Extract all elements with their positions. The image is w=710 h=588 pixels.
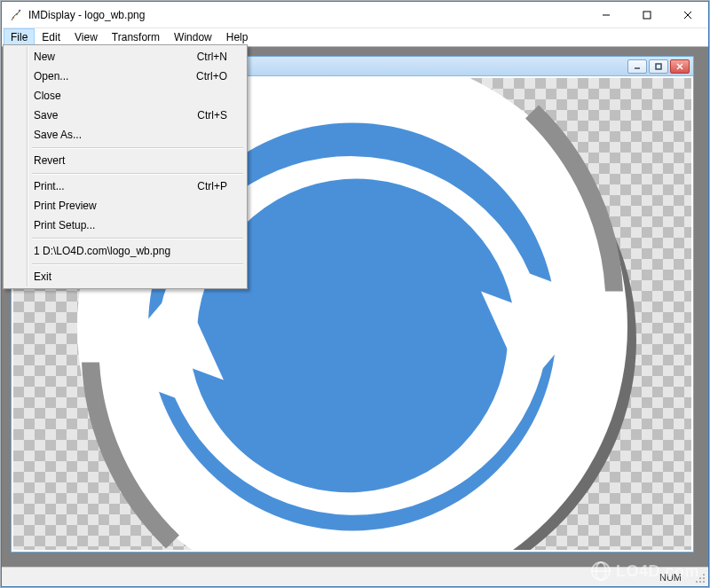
menu-item-shortcut: Ctrl+S	[197, 109, 227, 122]
menu-item-label: Print Preview	[34, 200, 97, 212]
menu-item-new[interactable]: New Ctrl+N	[5, 47, 245, 67]
menu-item-label: 1 D:\LO4D.com\logo_wb.png	[34, 245, 170, 257]
menu-item-print[interactable]: Print... Ctrl+P	[5, 176, 245, 196]
minimize-button[interactable]	[586, 2, 627, 27]
menu-file[interactable]: File	[4, 28, 35, 46]
app-icon	[9, 8, 23, 22]
menu-item-label: Save	[34, 109, 58, 122]
svg-point-8	[703, 574, 705, 576]
titlebar[interactable]: IMDisplay - logo_wb.png	[2, 2, 708, 28]
menu-item-label: Exit	[34, 270, 51, 283]
menu-item-label: Save As...	[34, 129, 82, 141]
doc-minimize-button[interactable]	[627, 59, 647, 74]
window-title: IMDisplay - logo_wb.png	[28, 9, 145, 21]
menu-item-label: New	[34, 51, 55, 63]
menu-separator	[32, 263, 243, 264]
menu-item-shortcut: Ctrl+N	[197, 51, 227, 63]
maximize-button[interactable]	[627, 2, 667, 27]
menu-edit[interactable]: Edit	[35, 28, 67, 46]
statusbar: NUM	[2, 567, 708, 586]
svg-point-13	[703, 581, 705, 583]
menu-item-print-setup[interactable]: Print Setup...	[5, 216, 245, 235]
menu-separator	[32, 147, 243, 148]
menu-item-shortcut: Ctrl+O	[196, 70, 227, 82]
menu-separator	[32, 173, 243, 174]
menu-item-save-as[interactable]: Save As...	[5, 125, 245, 145]
menu-item-label: Revert	[34, 154, 65, 167]
file-menu-dropdown: New Ctrl+N Open... Ctrl+O Close Save Ctr…	[3, 44, 248, 289]
svg-point-11	[696, 581, 698, 583]
window-controls	[586, 2, 708, 27]
svg-point-10	[703, 577, 705, 579]
menu-item-recent-1[interactable]: 1 D:\LO4D.com\logo_wb.png	[5, 241, 245, 261]
menu-item-label: Close	[34, 90, 61, 102]
svg-rect-3	[643, 12, 651, 19]
menu-item-close[interactable]: Close	[5, 86, 245, 106]
close-button[interactable]	[667, 2, 708, 27]
menu-item-label: Print...	[34, 180, 65, 192]
menu-separator	[32, 238, 243, 239]
menu-window[interactable]: Window	[167, 28, 219, 46]
menu-item-save[interactable]: Save Ctrl+S	[5, 106, 245, 125]
menu-item-revert[interactable]: Revert	[5, 151, 245, 170]
menu-item-label: Open...	[34, 70, 68, 82]
svg-point-12	[699, 581, 701, 583]
menu-item-exit[interactable]: Exit	[5, 267, 245, 286]
doc-close-button[interactable]	[670, 59, 690, 74]
menu-view[interactable]: View	[67, 28, 105, 46]
menu-item-shortcut: Ctrl+P	[197, 180, 227, 192]
menubar: File Edit View Transform Window Help	[2, 28, 708, 46]
menu-item-print-preview[interactable]: Print Preview	[5, 196, 245, 216]
resize-grip-icon[interactable]	[695, 573, 706, 584]
menu-transform[interactable]: Transform	[105, 28, 167, 46]
doc-maximize-button[interactable]	[649, 59, 668, 74]
menu-item-label: Print Setup...	[34, 219, 95, 231]
status-numlock: NUM	[659, 572, 682, 583]
menu-help[interactable]: Help	[219, 28, 256, 46]
svg-rect-4	[656, 64, 661, 69]
svg-point-9	[699, 577, 701, 579]
menu-item-open[interactable]: Open... Ctrl+O	[5, 67, 245, 86]
